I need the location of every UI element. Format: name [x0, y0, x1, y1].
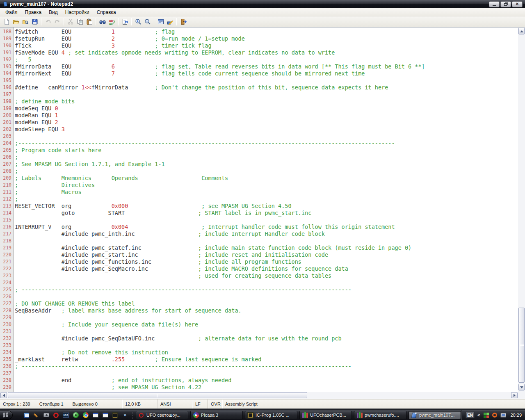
new-file-button[interactable] — [2, 17, 11, 26]
find-button[interactable] — [98, 17, 107, 26]
browse-files-button[interactable] — [21, 17, 30, 26]
task-button-5[interactable]: pwmchaserufo.... — [354, 411, 406, 419]
line-number: 207 — [0, 161, 13, 168]
status-syntax-scheme: Assembly Script — [222, 399, 525, 409]
console-icon[interactable] — [102, 412, 109, 418]
menu-item-4[interactable]: Справка — [93, 9, 120, 16]
cut-icon — [67, 18, 74, 25]
scroll-left-arrow[interactable] — [0, 392, 7, 398]
toolbar-separator — [131, 18, 132, 25]
save-file-button[interactable] — [30, 17, 39, 26]
view-settings-button[interactable] — [156, 17, 165, 26]
scroll-right-arrow[interactable] — [511, 392, 518, 398]
camera-icon[interactable] — [43, 412, 50, 418]
windows-logo-icon — [3, 413, 8, 418]
line-number: 235 — [0, 356, 13, 363]
task-button-2[interactable]: Picasa 3 — [190, 411, 243, 419]
notepad2-app-icon — [2, 1, 8, 7]
chip-icon[interactable] — [112, 412, 119, 418]
console-icon[interactable] — [92, 412, 99, 418]
replace-button[interactable]: abac — [107, 17, 116, 26]
code-line-189: fsetupRun EQU 2 ; 0=run mode / 1=setup m… — [15, 35, 518, 42]
code-line-223: ; used for creating sequence data tables — [15, 272, 518, 279]
toolbar-separator — [154, 18, 154, 25]
line-number: 233 — [0, 342, 13, 349]
line-number: 219 — [0, 244, 13, 251]
quick-launch-bar: ICO» — [23, 412, 128, 418]
horizontal-scroll-thumb[interactable] — [8, 392, 307, 398]
scroll-down-arrow[interactable] — [518, 384, 525, 390]
line-number: 200 — [0, 112, 13, 119]
code-line-190: fTick EQU 3 ; timer tick flag — [15, 42, 518, 49]
scroll-up-arrow[interactable] — [518, 28, 525, 34]
language-indicator[interactable]: EN — [466, 412, 475, 418]
task-button-6[interactable]: pwmc_main107... — [409, 411, 461, 419]
exit-button[interactable] — [178, 17, 188, 26]
line-number: 191 — [0, 49, 13, 56]
more-chevron-icon[interactable]: » — [122, 412, 128, 418]
line-number: 209 — [0, 175, 13, 182]
line-number: 211 — [0, 189, 13, 196]
code-line-195 — [15, 77, 518, 84]
vertical-scroll-thumb[interactable] — [518, 308, 525, 383]
menu-item-0[interactable]: Файл — [2, 9, 21, 16]
green-squares-tray-icon[interactable] — [483, 412, 489, 418]
redo-button[interactable] — [52, 17, 62, 26]
start-button[interactable] — [0, 411, 13, 420]
undo-button[interactable] — [43, 17, 52, 26]
paintbrush-icon[interactable] — [33, 412, 40, 418]
green-eye-icon[interactable] — [73, 412, 79, 418]
close-button[interactable]: ✕ — [512, 1, 523, 7]
code-line-232: #include pwmc_SeqDataUFO.inc ; alternate… — [15, 335, 518, 342]
menu-item-3[interactable]: Настройки — [62, 9, 93, 16]
code-line-220: #include pwmc_start.inc ; include reset … — [15, 251, 518, 258]
menu-item-2[interactable]: Вид — [45, 9, 62, 16]
opera-icon[interactable] — [53, 412, 59, 418]
status-file-size: 12,0 КБ — [122, 399, 157, 409]
notepad2-task-icon — [411, 412, 417, 418]
vertical-scrollbar[interactable] — [518, 27, 525, 392]
code-line-213: RESET_VECTOR org 0x000 ; see MPASM UG Se… — [15, 203, 518, 210]
display-tray-icon[interactable] — [500, 412, 507, 418]
line-number: 239 — [0, 384, 13, 391]
task-button-1[interactable]: UFO светошоу... — [136, 411, 188, 419]
copy-icon — [77, 18, 83, 25]
taskbar-clock: 20:29 — [509, 413, 522, 418]
menu-item-1[interactable]: Правка — [21, 9, 46, 16]
copy-button[interactable] — [75, 17, 84, 26]
zoom-in-button[interactable] — [133, 17, 143, 26]
opera-tray-icon[interactable] — [491, 412, 498, 418]
status-line-ending: LF — [192, 399, 208, 409]
code-line-219: #include pwmc_statef.inc ; include main … — [15, 244, 518, 251]
cut-button[interactable] — [66, 17, 75, 26]
code-line-212: ; — [15, 196, 518, 203]
open-file-button[interactable] — [11, 17, 21, 26]
minimize-button[interactable] — [489, 1, 500, 7]
ico-editor-icon[interactable]: ICO — [63, 412, 69, 418]
bluedoc-icon[interactable] — [23, 412, 30, 418]
restore-button[interactable] — [500, 1, 511, 7]
code-line-228: SeqBaseAddr ; label marks base address f… — [15, 307, 518, 314]
code-line-202: modeSleep EQU 3 — [15, 126, 518, 133]
customize-scheme-button[interactable] — [165, 17, 175, 26]
horizontal-scrollbar[interactable] — [0, 392, 518, 399]
toolbar-separator — [118, 18, 119, 25]
code-editor[interactable]: 1881891901911921931941951961971981992002… — [0, 27, 525, 392]
zoom-out-button[interactable] — [143, 17, 152, 26]
paste-button[interactable] — [84, 17, 94, 26]
code-line-206: ; — [15, 154, 518, 161]
line-number: 237 — [0, 370, 13, 377]
goto-line-button[interactable] — [120, 17, 130, 26]
chrome-icon[interactable] — [82, 412, 89, 418]
tray-collapse-chevron-icon[interactable]: < — [477, 413, 480, 418]
status-caret-position: Строк 1 : 239 Столбцов 1 Выделено 0 — [0, 399, 122, 409]
code-text-area[interactable]: fSwitch EQU 1 ; flagfsetupRun EQU 2 ; 0=… — [14, 27, 518, 392]
code-line-229 — [15, 314, 518, 321]
line-number: 194 — [0, 70, 13, 77]
line-number: 229 — [0, 314, 13, 321]
window-title: pwmc_main107 - Notepad2 — [10, 1, 73, 7]
task-button-3[interactable]: IC-Prog 1.05C ... — [245, 411, 297, 419]
chip-task-icon — [247, 412, 253, 418]
task-button-4[interactable]: UFOchaserPCB... — [299, 411, 352, 419]
picasa-task-icon — [193, 412, 199, 418]
